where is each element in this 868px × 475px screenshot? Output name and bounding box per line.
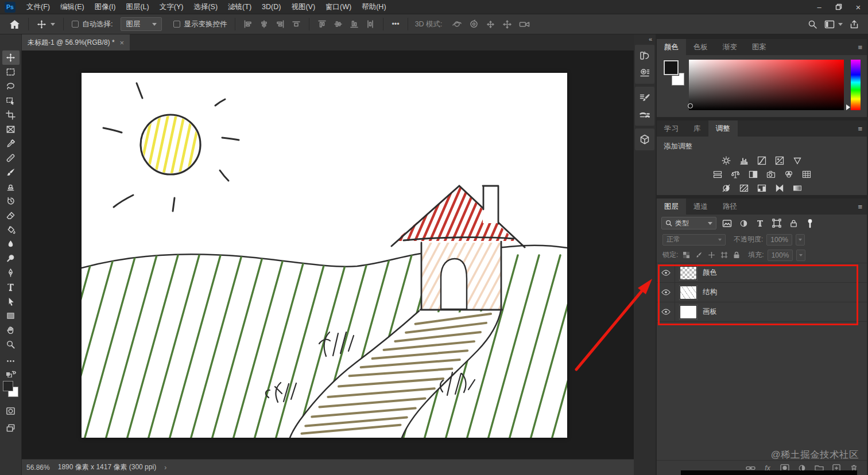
tool-rectangular-marquee[interactable] [2,65,20,79]
tool-zoom[interactable] [2,337,20,352]
tool-eraser[interactable] [2,208,20,223]
lock-all-icon[interactable] [732,251,741,260]
tool-spot-healing-brush[interactable] [2,151,20,165]
tool-move[interactable] [2,50,20,65]
zoom-level[interactable]: 56.86% [26,464,50,472]
blend-mode-dropdown[interactable]: 正常 [662,234,726,246]
panel-menu-icon[interactable]: ≡ [858,203,862,211]
foreground-color-swatch[interactable] [664,60,679,75]
color-balance-icon[interactable] [729,169,742,180]
opacity-field[interactable]: 100% [766,234,792,246]
3d-orbit-button[interactable] [448,16,466,32]
tab-close-icon[interactable]: × [120,38,125,47]
tab-channels[interactable]: 通道 [686,198,715,215]
tool-dodge[interactable] [2,251,20,266]
menu-select[interactable]: 选择(S) [188,0,223,14]
menu-view[interactable]: 视图(V) [286,0,320,14]
tool-eyedropper[interactable] [2,137,20,151]
smart-object-filter-icon[interactable] [787,217,800,229]
tool-clone-stamp[interactable] [2,180,20,194]
brush-settings-panel-button[interactable] [636,89,653,106]
align-h-center-button[interactable] [256,16,272,32]
collapse-panels-icon[interactable]: « [649,34,656,45]
menu-filter[interactable]: 滤镜(T) [223,0,257,14]
status-chevron-icon[interactable]: › [164,464,166,472]
lock-move-icon[interactable] [707,251,716,260]
tool-object-selection[interactable] [2,94,20,108]
tool-path-selection[interactable] [2,294,20,309]
tab-learn[interactable]: 学习 [657,120,686,137]
align-v-center-button[interactable] [330,16,346,32]
type-layer-filter-icon[interactable] [754,217,766,229]
close-button[interactable]: × [848,0,868,14]
workspace-switcher-button[interactable] [821,16,846,32]
share-button[interactable] [846,16,862,32]
exposure-icon[interactable] [773,155,786,166]
posterize-icon[interactable] [738,183,750,193]
menu-help[interactable]: 帮助(H) [356,0,391,14]
brightness-contrast-icon[interactable] [720,155,733,166]
3d-panel-button[interactable] [636,131,653,148]
color-lookup-icon[interactable] [800,169,813,180]
foreground-color-swatch[interactable] [3,381,13,391]
pixel-layer-filter-icon[interactable] [720,217,733,229]
invert-icon[interactable] [720,183,733,193]
fill-field[interactable]: 100% [768,250,793,261]
restore-button[interactable] [829,0,848,14]
panel-menu-icon[interactable]: ≡ [858,43,862,52]
more-options-button[interactable]: ••• [388,16,402,32]
fill-dropdown[interactable] [796,250,805,261]
menu-file[interactable]: 文件(F) [21,0,55,14]
tool-history-brush[interactable] [2,194,20,208]
move-tool-option[interactable] [33,16,59,32]
foreground-background-swatches[interactable] [2,380,20,399]
filter-toggle-icon[interactable] [804,217,816,229]
history-panel-button[interactable] [636,47,653,64]
3d-slide-button[interactable] [499,16,516,32]
menu-image[interactable]: 图像(I) [90,0,121,14]
hue-saturation-icon[interactable] [711,169,724,180]
tool-type[interactable] [2,280,20,294]
gradient-map-icon[interactable] [791,183,804,193]
auto-select-checkbox[interactable]: 自动选择: [68,16,116,32]
tab-gradients[interactable]: 渐变 [715,39,745,55]
tool-pen[interactable] [2,266,20,280]
show-transform-checkbox[interactable]: 显示变换控件 [170,16,230,32]
minimize-button[interactable]: – [809,0,829,14]
distribute-v-button[interactable] [362,16,378,32]
hue-slider-handle[interactable] [846,104,850,110]
menu-layer[interactable]: 图层(L) [121,0,154,14]
tab-adjustments[interactable]: 调整 [708,120,738,137]
tab-libraries[interactable]: 库 [686,120,708,137]
curves-icon[interactable] [755,155,768,166]
tab-paths[interactable]: 路径 [715,198,745,215]
selective-color-icon[interactable] [773,183,786,193]
panel-menu-icon[interactable]: ≡ [858,124,862,133]
threshold-icon[interactable] [755,183,768,193]
lock-artboard-icon[interactable] [719,251,728,260]
tab-swatches[interactable]: 色板 [686,39,715,55]
color-picker-handle[interactable] [688,103,693,108]
black-white-icon[interactable] [747,169,760,180]
edit-toolbar-button[interactable] [2,354,20,368]
align-left-button[interactable] [240,16,256,32]
shape-layer-filter-icon[interactable] [770,217,783,229]
3d-camera-button[interactable] [516,16,533,32]
layer-filter-type-dropdown[interactable]: 类型 [661,217,716,229]
color-field[interactable] [689,60,844,110]
brushes-panel-button[interactable] [636,106,653,123]
search-button[interactable] [804,16,821,32]
tab-patterns[interactable]: 图案 [745,39,774,55]
photo-filter-icon[interactable] [765,169,777,180]
adjustment-layer-filter-icon[interactable] [737,217,750,229]
align-bottom-button[interactable] [346,16,362,32]
swap-colors-button[interactable] [2,368,20,379]
canvas-area[interactable] [22,50,634,459]
quick-mask-button[interactable] [2,404,20,418]
tool-lasso[interactable] [2,79,20,94]
vibrance-icon[interactable] [791,155,804,166]
lock-transparent-icon[interactable] [681,251,691,260]
opacity-dropdown[interactable] [796,234,805,246]
align-right-button[interactable] [272,16,288,32]
3d-roll-button[interactable] [466,16,482,32]
